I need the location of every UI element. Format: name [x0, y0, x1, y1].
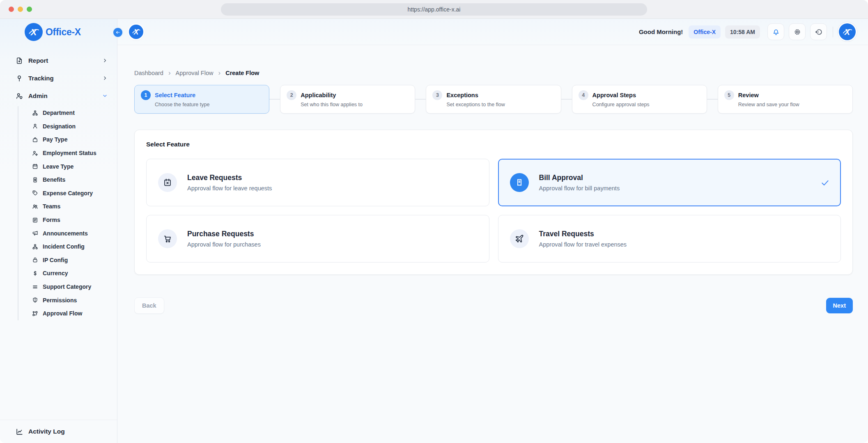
sidebar-subitem-label: Currency — [43, 270, 68, 276]
gear-icon — [793, 28, 801, 36]
sidebar-subitem-pay-type[interactable]: Pay Type — [18, 133, 108, 146]
sidebar-subitem-label: Incident Config — [43, 243, 85, 250]
employment-status-icon — [32, 150, 38, 156]
sidebar: X Office-X Report Trackin — [0, 19, 117, 443]
sidebar-subitem-incident-config[interactable]: Incident Config — [18, 240, 108, 253]
sidebar-collapse-button[interactable] — [113, 27, 123, 38]
feature-option-travel-requests[interactable]: Travel Requests Approval flow for travel… — [498, 215, 841, 263]
step-header: 2 Applicability — [287, 90, 409, 100]
zoom-window-button[interactable] — [27, 7, 32, 12]
incident-config-icon — [32, 244, 38, 250]
app-root: X Office-X Report Trackin — [0, 19, 868, 443]
sidebar-subitem-label: Pay Type — [43, 136, 67, 143]
step-number: 5 — [724, 90, 734, 100]
sidebar-subitem-employment-status[interactable]: Employment Status — [18, 146, 108, 160]
step-title: Applicability — [301, 92, 336, 98]
chevron-down-icon — [102, 93, 108, 99]
bill-approval-icon — [515, 178, 524, 187]
sidebar-item-activity-log[interactable]: Activity Log — [0, 420, 117, 443]
feature-option-bill-approval[interactable]: Bill Approval Approval flow for bill pay… — [498, 159, 841, 206]
office-x-mark: X — [841, 25, 854, 38]
step-2[interactable]: 2 Applicability Set who this flow applie… — [280, 85, 415, 114]
breadcrumb-item-create-flow[interactable]: Create Flow — [225, 70, 259, 76]
stepper: 1 Select Feature Choose the feature type… — [134, 85, 853, 114]
feature-title: Leave Requests — [187, 174, 272, 182]
sidebar-subitem-forms[interactable]: Forms — [18, 213, 108, 227]
designation-icon — [32, 123, 38, 129]
sidebar-subitem-department[interactable]: Department — [18, 106, 108, 120]
sidebar-item-admin[interactable]: Admin — [16, 87, 108, 105]
approval-flow-icon — [32, 311, 38, 317]
minimize-window-button[interactable] — [18, 7, 23, 12]
pay-type-icon — [32, 137, 38, 143]
back-button[interactable]: Back — [134, 297, 164, 314]
sidebar-subitem-ip-config[interactable]: IP Config — [18, 253, 108, 267]
benefits-icon — [32, 177, 38, 183]
next-button[interactable]: Next — [826, 298, 853, 313]
select-feature-panel: Select Feature Leave Requests Approval f… — [134, 130, 853, 275]
feature-texts: Travel Requests Approval flow for travel… — [539, 230, 627, 248]
sidebar-subitem-label: Expense Category — [43, 190, 93, 196]
expense-category-icon — [32, 190, 38, 196]
sidebar-subitem-currency[interactable]: Currency — [18, 267, 108, 280]
sidebar-subitem-leave-type[interactable]: Leave Type — [18, 160, 108, 173]
header-button-notifications[interactable] — [767, 23, 784, 40]
sidebar-subitem-expense-category[interactable]: Expense Category — [18, 187, 108, 200]
breadcrumb-item-approval-flow[interactable]: Approval Flow — [176, 70, 214, 76]
feature-icon-circle — [510, 173, 529, 192]
content-column: X Good Morning! Office-X 10:58 AM — [117, 19, 868, 443]
breadcrumb-item-dashboard[interactable]: Dashboard — [134, 70, 163, 76]
step-number: 3 — [432, 90, 442, 100]
address-bar[interactable]: https://app.office-x.ai — [221, 3, 647, 16]
logout-icon — [815, 28, 823, 36]
browser-window: https://app.office-x.ai X Office-X Repor… — [0, 0, 868, 443]
bell-icon — [772, 28, 780, 36]
step-subtitle: Set exceptions to the flow — [446, 102, 554, 107]
step-4[interactable]: 4 Approval Steps Configure approval step… — [572, 85, 707, 114]
sidebar-item-label: Tracking — [28, 75, 54, 82]
logo-row: X Office-X — [0, 19, 117, 45]
panel-heading: Select Feature — [146, 141, 841, 148]
feature-option-leave-requests[interactable]: Leave Requests Approval flow for leave r… — [146, 159, 489, 206]
sidebar-subitem-teams[interactable]: Teams — [18, 200, 108, 213]
sidebar-subitem-label: Approval Flow — [43, 310, 82, 317]
sidebar-nav: Report Tracking Admin — [0, 45, 117, 321]
sidebar-subitem-support-category[interactable]: Support Category — [18, 280, 108, 294]
sidebar-subitem-permissions[interactable]: Permissions — [18, 293, 108, 307]
admin-sub-list: Department Designation Pay Type — [18, 106, 108, 320]
step-5[interactable]: 5 Review Review and save your flow — [718, 85, 853, 114]
step-connector — [415, 99, 426, 100]
report-icon — [16, 57, 23, 64]
step-3[interactable]: 3 Exceptions Set exceptions to the flow — [426, 85, 561, 114]
sidebar-subitem-label: Employment Status — [43, 150, 96, 156]
feature-subtitle: Approval flow for bill payments — [539, 185, 620, 192]
floating-logo-button[interactable]: X — [129, 25, 143, 39]
sidebar-subitem-benefits[interactable]: Benefits — [18, 173, 108, 187]
announcements-icon — [32, 230, 38, 236]
company-badge: Office-X — [689, 25, 721, 39]
header-button-logout[interactable] — [810, 23, 827, 40]
sidebar-subitem-approval-flow[interactable]: Approval Flow — [18, 307, 108, 320]
header-divider — [833, 27, 833, 37]
step-subtitle: Configure approval steps — [592, 102, 700, 107]
sidebar-item-report[interactable]: Report — [16, 52, 108, 69]
close-window-button[interactable] — [9, 7, 14, 12]
sidebar-subitem-label: Announcements — [43, 230, 88, 237]
step-connector — [561, 99, 572, 100]
sidebar-subitem-label: Forms — [43, 217, 60, 223]
svg-text:X: X — [30, 27, 37, 37]
sidebar-item-tracking[interactable]: Tracking — [16, 69, 108, 87]
sidebar-subitem-designation[interactable]: Designation — [18, 120, 108, 133]
feature-texts: Purchase Requests Approval flow for purc… — [187, 230, 261, 248]
feature-icon-circle — [158, 173, 177, 192]
purchase-requests-icon — [163, 234, 172, 243]
feature-option-purchase-requests[interactable]: Purchase Requests Approval flow for purc… — [146, 215, 489, 263]
user-avatar[interactable]: X — [839, 23, 856, 40]
feature-texts: Bill Approval Approval flow for bill pay… — [539, 174, 620, 192]
topbar: X Good Morning! Office-X 10:58 AM — [117, 19, 868, 45]
chevron-right-icon — [102, 75, 108, 81]
step-1[interactable]: 1 Select Feature Choose the feature type — [134, 85, 269, 114]
sidebar-nav-list: Report Tracking Admin — [16, 52, 108, 105]
sidebar-subitem-announcements[interactable]: Announcements — [18, 226, 108, 240]
header-button-settings[interactable] — [789, 23, 806, 40]
